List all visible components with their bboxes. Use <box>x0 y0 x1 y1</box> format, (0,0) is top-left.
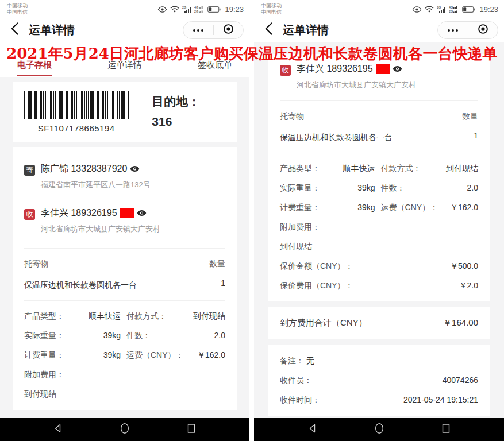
eye-toggle-icon[interactable] <box>137 208 147 219</box>
courier-value: 40074266 <box>312 376 478 386</box>
signal-sim2-icon: 4G2G <box>194 5 205 13</box>
phone-panel-right: 中国移动 中国电信 2G 4G2G 19:23 <box>254 0 504 441</box>
cargo-item-qty: 1 <box>401 131 478 144</box>
svg-text:2G: 2G <box>194 10 198 13</box>
field-value: 39kg <box>320 203 375 213</box>
battery-icon <box>462 6 475 13</box>
field-label: 附加费用： <box>280 222 320 233</box>
back-button[interactable] <box>7 22 22 37</box>
eye-toggle-icon[interactable] <box>393 64 402 75</box>
android-home-button[interactable] <box>119 422 130 437</box>
back-button[interactable] <box>261 22 276 37</box>
sender-name-phone: 陈广锦 13328387920 <box>41 163 127 175</box>
destination-label: 目的地： <box>152 92 237 112</box>
page-content-right: 收 李佳兴 189326195 河北省廊坊市大城县广安镇大广安村 <box>254 42 504 418</box>
back-chevron-icon <box>265 22 272 37</box>
android-recents-button[interactable] <box>186 423 197 436</box>
waybill-info-card: 寄 陈广锦 13328387920 福建省南平市延平区八一路132号 <box>13 147 237 410</box>
waybill-number: SF1107178665194 <box>38 123 115 133</box>
total-label: 到方费用合计（CNY） <box>280 318 367 328</box>
more-menu-button[interactable] <box>438 22 468 38</box>
android-nav-bar <box>0 418 249 441</box>
close-miniprogram-button[interactable] <box>214 22 244 38</box>
field-label: 运费（CNY）： <box>381 203 438 213</box>
svg-text:2G: 2G <box>437 6 441 9</box>
battery-icon <box>207 6 221 13</box>
field-label: 产品类型： <box>24 311 64 322</box>
nav-bar: 运单详情 <box>254 17 504 42</box>
barcode-block: SF1107178665194 <box>13 91 140 133</box>
more-dots-icon <box>193 29 203 32</box>
eye-protection-icon <box>412 6 422 13</box>
status-bar: 中国移动 中国电信 2G 4G2G 19:23 <box>0 0 249 17</box>
cargo-column-header: 托寄物 <box>280 111 304 122</box>
cargo-section: 托寄物 数量 保温压边机和长款卷圆机各一台 1 <box>268 101 490 153</box>
field-value: 39kg <box>64 350 121 361</box>
receiver-row: 收 李佳兴 189326195 河北省廊坊市大城县广安镇大广安村 <box>280 63 478 90</box>
field-label: 付款方式： <box>381 164 421 174</box>
qty-column-header: 数量 <box>209 259 225 269</box>
miniprogram-capsule <box>437 21 498 39</box>
barcode-image <box>24 91 129 119</box>
field-label: 保价费用（CNY）： <box>280 281 353 291</box>
phone-redaction-box <box>376 64 390 74</box>
back-chevron-icon <box>11 22 18 37</box>
receiver-name-phone: 李佳兴 189326195 <box>297 63 373 75</box>
receiver-badge: 收 <box>24 209 35 220</box>
phone-redaction-box <box>120 208 134 218</box>
svg-text:4G: 4G <box>449 6 453 9</box>
cargo-item-qty: 1 <box>145 278 225 291</box>
page-content-left: 电子存根 运单详情 签收底单 SF1107178665194 目的地： 316 <box>0 42 249 418</box>
field-value: ￥500.0 <box>353 261 478 272</box>
receiver-badge: 收 <box>280 65 291 76</box>
destination-code: 316 <box>152 112 237 132</box>
field-label: 付款方式： <box>126 311 167 322</box>
field-value: ￥162.0 <box>438 203 478 213</box>
dual-screenshot-canvas: 2021年5月24日河北廊坊客户购买保温压边机和长款卷圆机各一台快递单 中国移动… <box>0 0 504 441</box>
waybill-info-card: 收 李佳兴 189326195 河北省廊坊市大城县广安镇大广安村 <box>268 54 490 301</box>
field-label: 附加费用： <box>24 370 64 380</box>
eye-protection-icon <box>157 6 167 13</box>
detail-grid: 产品类型：顺丰快运 付款方式：到付现结 实际重量：39kg 件数：2.0 计费重… <box>13 301 237 410</box>
nav-bar: 运单详情 <box>0 17 249 42</box>
svg-text:2G: 2G <box>449 10 453 13</box>
field-label: 产品类型： <box>280 164 320 174</box>
field-value: ￥162.0 <box>184 350 225 361</box>
close-miniprogram-button[interactable] <box>468 22 498 38</box>
carrier-line-1: 中国移动 <box>261 3 282 9</box>
field-label: 运费（CNY）： <box>126 350 184 361</box>
eye-toggle-icon[interactable] <box>130 164 140 175</box>
field-label: 计费重量： <box>280 203 320 213</box>
address-section: 寄 陈广锦 13328387920 福建省南平市延平区八一路132号 <box>13 147 237 248</box>
clock-text: 19:23 <box>479 5 498 14</box>
wifi-icon <box>425 6 434 13</box>
barcode-card: SF1107178665194 目的地： 316 <box>13 82 237 142</box>
more-menu-button[interactable] <box>183 22 213 38</box>
receiver-row: 收 李佳兴 189326195 河北省廊坊市大城县广安镇大广安村 <box>24 207 225 234</box>
android-home-button[interactable] <box>374 422 385 437</box>
pickup-time-label: 收件时间： <box>280 395 320 405</box>
android-back-button[interactable] <box>52 423 64 436</box>
detail-grid: 产品类型：顺丰快运 付款方式：到付现结 实际重量：39kg 件数：2.0 计费重… <box>268 153 490 301</box>
more-dots-icon <box>448 29 458 32</box>
field-label: 计费重量： <box>24 350 64 361</box>
svg-text:4G: 4G <box>194 6 198 9</box>
sender-address: 福建省南平市延平区八一路132号 <box>41 180 151 190</box>
android-back-button[interactable] <box>307 423 318 436</box>
carrier-labels: 中国移动 中国电信 <box>7 3 28 16</box>
cargo-section: 托寄物 数量 保温压边机和长款卷圆机各一台 1 <box>13 249 237 300</box>
android-recents-button[interactable] <box>440 423 452 436</box>
courier-label: 收件员： <box>280 376 312 386</box>
total-value: ￥164.00 <box>367 318 478 328</box>
signal-sim2-icon: 4G2G <box>449 5 459 13</box>
status-bar: 中国移动 中国电信 2G 4G2G 19:23 <box>254 0 504 17</box>
carrier-labels: 中国移动 中国电信 <box>261 3 282 16</box>
receiver-address: 河北省廊坊市大城县广安镇大广安村 <box>41 224 160 234</box>
carrier-line-2: 中国电信 <box>7 9 28 16</box>
total-fee-card: 到方费用合计（CNY） ￥164.00 <box>268 307 490 339</box>
qty-column-header: 数量 <box>462 111 478 122</box>
signal-sim1-icon: 2G <box>182 5 191 13</box>
remark-value: 无 <box>306 356 314 366</box>
annotation-title: 2021年5月24日河北廊坊客户购买保温压边机和长款卷圆机各一台快递单 <box>0 44 504 64</box>
wifi-icon <box>170 6 179 13</box>
